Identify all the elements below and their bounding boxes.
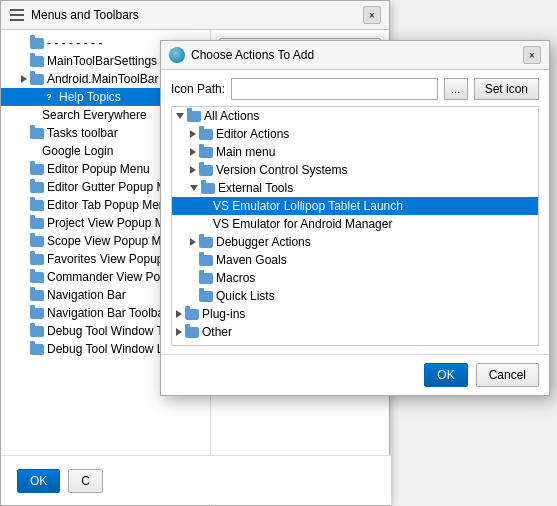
icon-path-row: Icon Path: ... Set icon <box>161 70 549 106</box>
expand-icon <box>176 310 182 318</box>
bg-titlebar: Menus and Toolbars × <box>1 1 389 30</box>
icon-path-input[interactable] <box>231 78 438 100</box>
folder-icon <box>187 111 201 122</box>
expand-icon <box>190 130 196 138</box>
tree-item-quick-lists[interactable]: Quick Lists <box>172 287 538 305</box>
folder-icon <box>30 218 44 229</box>
folder-icon <box>199 255 213 266</box>
modal-cancel-button[interactable]: Cancel <box>476 363 539 387</box>
folder-icon <box>30 326 44 337</box>
expand-icon <box>190 148 196 156</box>
folder-icon <box>30 200 44 211</box>
modal-bottom-bar: OK Cancel <box>161 354 549 395</box>
folder-icon <box>201 183 215 194</box>
svg-rect-1 <box>10 14 24 16</box>
folder-icon <box>30 290 44 301</box>
tree-item-editor-actions[interactable]: Editor Actions <box>172 125 538 143</box>
tree-item-other[interactable]: Other <box>172 323 538 341</box>
bg-ok-button[interactable]: OK <box>17 469 60 493</box>
expand-icon <box>190 185 198 191</box>
folder-icon <box>185 309 199 320</box>
tree-item-vs-emulator-android[interactable]: VS Emulator for Android Manager <box>172 215 538 233</box>
browse-button[interactable]: ... <box>444 78 468 100</box>
modal-ok-button[interactable]: OK <box>424 363 467 387</box>
tree-item-vs-emulator-lollipop[interactable]: VS Emulator Lollipop Tablet Launch <box>172 197 538 215</box>
tree-item-all-actions[interactable]: All Actions <box>172 107 538 125</box>
folder-icon <box>30 128 44 139</box>
folder-icon <box>30 56 44 67</box>
set-icon-button[interactable]: Set icon <box>474 78 539 100</box>
folder-icon <box>30 236 44 247</box>
modal-title: Choose Actions To Add <box>191 48 314 62</box>
svg-rect-2 <box>10 19 24 21</box>
tree-item-maven-goals[interactable]: Maven Goals <box>172 251 538 269</box>
modal-titlebar: Choose Actions To Add × <box>161 41 549 70</box>
folder-icon <box>199 165 213 176</box>
tree-item-external-tools[interactable]: External Tools <box>172 179 538 197</box>
tree-item-plugins[interactable]: Plug-ins <box>172 305 538 323</box>
tree-item-vcs[interactable]: Version Control Systems <box>172 161 538 179</box>
folder-icon <box>30 164 44 175</box>
folder-icon <box>30 272 44 283</box>
expand-icon <box>190 238 196 246</box>
modal-dialog: Choose Actions To Add × Icon Path: ... S… <box>160 40 550 396</box>
bg-bottom-bar: OK C <box>1 455 391 505</box>
tree-item-macros[interactable]: Macros <box>172 269 538 287</box>
expand-icon <box>176 113 184 119</box>
icon-path-label: Icon Path: <box>171 82 225 96</box>
folder-icon <box>185 327 199 338</box>
bg-close-button[interactable]: × <box>363 6 381 24</box>
folder-icon <box>199 291 213 302</box>
expand-icon <box>176 328 182 336</box>
menus-icon <box>9 7 25 23</box>
folder-icon <box>199 147 213 158</box>
folder-icon <box>30 254 44 265</box>
bg-cancel-button[interactable]: C <box>68 469 103 493</box>
folder-icon <box>30 38 44 49</box>
folder-icon <box>30 308 44 319</box>
modal-tree[interactable]: All Actions Editor Actions Main menu Ver… <box>171 106 539 346</box>
folder-icon <box>30 344 44 355</box>
question-icon: ? <box>42 90 56 104</box>
folder-icon <box>199 129 213 140</box>
modal-close-button[interactable]: × <box>523 46 541 64</box>
svg-rect-0 <box>10 9 24 11</box>
expand-icon <box>190 166 196 174</box>
tree-item-debugger-actions[interactable]: Debugger Actions <box>172 233 538 251</box>
tree-item-main-menu[interactable]: Main menu <box>172 143 538 161</box>
modal-app-icon <box>169 47 185 63</box>
expand-icon <box>21 75 27 83</box>
folder-icon <box>30 74 44 85</box>
folder-icon <box>30 182 44 193</box>
bg-window-title: Menus and Toolbars <box>31 8 139 22</box>
folder-icon <box>199 273 213 284</box>
folder-icon <box>199 237 213 248</box>
